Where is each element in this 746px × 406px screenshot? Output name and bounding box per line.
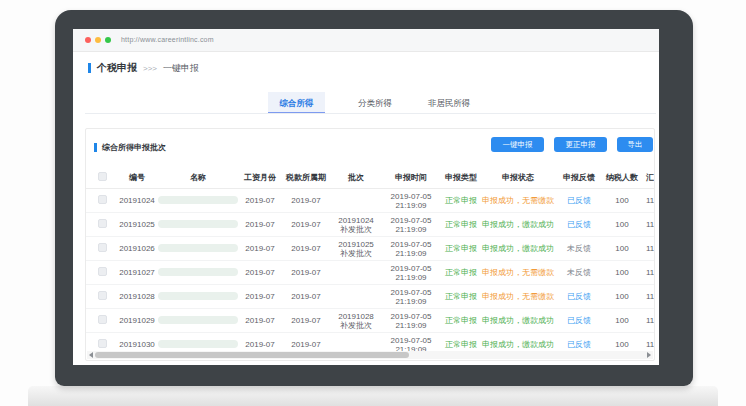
- filing-date: 2019-07-05: [380, 216, 442, 225]
- window-minimize-icon: [95, 37, 101, 43]
- cell-filing-status: 申报成功，无需缴款: [480, 261, 556, 285]
- horizontal-scrollbar[interactable]: [87, 351, 653, 359]
- row-checkbox[interactable]: [98, 315, 107, 324]
- select-all-checkbox[interactable]: [98, 172, 107, 181]
- cell-filing-feedback: 已反馈: [556, 285, 602, 309]
- batch-note: 补发批次: [332, 321, 380, 330]
- batch-id: 20191028: [332, 312, 380, 321]
- cell-name: [156, 333, 240, 353]
- cell-filing-type: 正常申报: [442, 261, 480, 285]
- row-checkbox[interactable]: [98, 219, 107, 228]
- cell-filing-feedback: 已反馈: [556, 189, 602, 213]
- cell-filing-time: 2019-07-0521:19:09: [380, 213, 442, 237]
- table-row: 20191030 2019-07 2019-07 2019-07-0521:19…: [86, 333, 654, 353]
- col-filing-status: 申报状态: [480, 166, 556, 189]
- filing-clock: 21:19:09: [380, 249, 442, 258]
- row-checkbox[interactable]: [98, 339, 107, 348]
- cell-salary-month: 2019-07: [240, 261, 280, 285]
- cell-clipped: 11: [642, 285, 654, 309]
- cell-filing-time: 2019-07-0521:19:09: [380, 309, 442, 333]
- cell-clipped: 11: [642, 213, 654, 237]
- row-checkbox[interactable]: [98, 267, 107, 276]
- cell-select: [86, 285, 118, 309]
- filing-clock: 21:19:09: [380, 273, 442, 282]
- tab-comprehensive-income[interactable]: 综合所得: [268, 92, 325, 114]
- export-button[interactable]: 导出: [617, 137, 653, 152]
- browser-window: http://www.careerintlinc.com 个税申报 >>> 一键…: [73, 29, 659, 365]
- scroll-left-icon[interactable]: [89, 352, 93, 358]
- table-header-row: 编号 名称 工资月份 税款所属期 批次 申报时间 申报类型 申报状态 申报反馈 …: [86, 166, 654, 189]
- breadcrumb: 个税申报 >>> 一键申报: [88, 62, 199, 74]
- table-row: 20191026 2019-07 2019-07 20191025补发批次 20…: [86, 237, 654, 261]
- cell-filing-time: 2019-07-0521:19:09: [380, 333, 442, 353]
- cell-filing-status: 申报成功，缴款成功: [480, 237, 556, 261]
- filing-date: 2019-07-05: [380, 312, 442, 321]
- cell-select: [86, 333, 118, 353]
- header-select-all: [86, 166, 118, 189]
- browser-topbar: http://www.careerintlinc.com: [73, 29, 659, 52]
- cell-name: [156, 309, 240, 333]
- col-batch: 批次: [332, 166, 380, 189]
- cell-tax-period: 2019-07: [280, 261, 332, 285]
- cell-id: 20191026: [118, 237, 156, 261]
- filing-clock: 21:19:09: [380, 321, 442, 330]
- cell-id: 20191024: [118, 189, 156, 213]
- table-row: 20191028 2019-07 2019-07 2019-07-0521:19…: [86, 285, 654, 309]
- batch-id: 20191024: [332, 216, 380, 225]
- cell-name: [156, 189, 240, 213]
- cell-tax-period: 2019-07: [280, 237, 332, 261]
- batch-note: 补发批次: [332, 249, 380, 258]
- address-bar[interactable]: http://www.careerintlinc.com: [121, 34, 214, 46]
- laptop-base: [28, 386, 718, 406]
- cell-taxpayer-count: 100: [602, 309, 642, 333]
- tab-nonresident-income[interactable]: 非居民所得: [418, 92, 480, 114]
- row-checkbox[interactable]: [98, 243, 107, 252]
- col-taxpayer-count: 纳税人数: [602, 166, 642, 189]
- cell-batch: 20191025补发批次: [332, 237, 380, 261]
- cell-id: 20191029: [118, 309, 156, 333]
- name-placeholder: [158, 340, 238, 348]
- scroll-right-icon[interactable]: [647, 352, 651, 358]
- name-placeholder: [158, 268, 238, 276]
- cell-clipped: 11: [642, 261, 654, 285]
- laptop-mockup: http://www.careerintlinc.com 个税申报 >>> 一键…: [0, 0, 746, 406]
- table-row: 20191025 2019-07 2019-07 20191024补发批次 20…: [86, 213, 654, 237]
- filing-date: 2019-07-05: [380, 264, 442, 273]
- batch-table-wrap: 编号 名称 工资月份 税款所属期 批次 申报时间 申报类型 申报状态 申报反馈 …: [86, 166, 654, 352]
- filing-clock: 21:19:09: [380, 297, 442, 306]
- col-filing-feedback: 申报反馈: [556, 166, 602, 189]
- scrollbar-thumb[interactable]: [95, 352, 409, 358]
- panel-title: 综合所得申报批次: [102, 142, 166, 153]
- cell-salary-month: 2019-07: [240, 309, 280, 333]
- batch-id: 20191025: [332, 240, 380, 249]
- one-click-filing-button[interactable]: 一键申报: [491, 137, 544, 152]
- cell-filing-status: 申报成功，缴款成功: [480, 333, 556, 353]
- col-salary-month: 工资月份: [240, 166, 280, 189]
- cell-name: [156, 285, 240, 309]
- tab-classified-income[interactable]: 分类所得: [345, 92, 405, 114]
- cell-filing-type: 正常申报: [442, 333, 480, 353]
- cell-taxpayer-count: 100: [602, 333, 642, 353]
- name-placeholder: [158, 220, 238, 228]
- filing-date: 2019-07-05: [380, 336, 442, 345]
- cell-filing-time: 2019-07-0521:19:09: [380, 237, 442, 261]
- cell-name: [156, 237, 240, 261]
- row-checkbox[interactable]: [98, 291, 107, 300]
- cell-filing-feedback: 未反馈: [556, 237, 602, 261]
- cell-id: 20191025: [118, 213, 156, 237]
- cell-salary-month: 2019-07: [240, 189, 280, 213]
- row-checkbox[interactable]: [98, 195, 107, 204]
- window-maximize-icon: [105, 37, 111, 43]
- cell-batch: 20191028补发批次: [332, 309, 380, 333]
- col-tax-period: 税款所属期: [280, 166, 332, 189]
- cell-filing-status: 申报成功，无需缴款: [480, 189, 556, 213]
- name-placeholder: [158, 196, 238, 204]
- cell-filing-status: 申报成功，缴款成功: [480, 309, 556, 333]
- cell-tax-period: 2019-07: [280, 285, 332, 309]
- col-filing-time: 申报时间: [380, 166, 442, 189]
- correction-filing-button[interactable]: 更正申报: [554, 137, 607, 152]
- batch-table: 编号 名称 工资月份 税款所属期 批次 申报时间 申报类型 申报状态 申报反馈 …: [86, 166, 654, 352]
- name-placeholder: [158, 292, 238, 300]
- cell-filing-time: 2019-07-0521:19:09: [380, 189, 442, 213]
- filing-clock: 21:19:09: [380, 201, 442, 210]
